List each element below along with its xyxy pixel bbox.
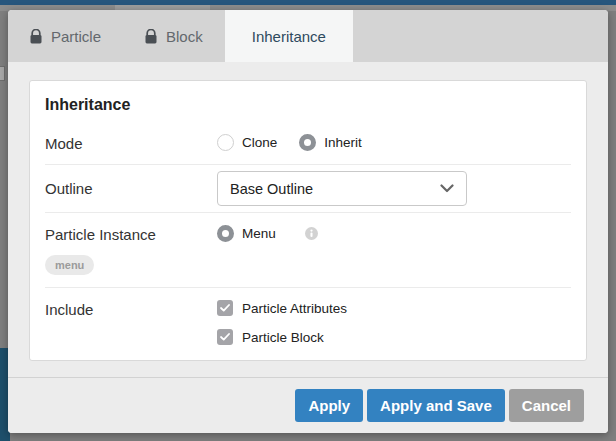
- mode-options: Clone Inherit: [217, 134, 571, 151]
- cancel-button[interactable]: Cancel: [509, 389, 584, 422]
- include-row: Include Particle Attributes: [45, 287, 571, 357]
- apply-and-save-button[interactable]: Apply and Save: [367, 389, 505, 422]
- mode-row: Mode Clone Inherit: [45, 122, 571, 164]
- radio-inherit-circle[interactable]: [299, 134, 316, 151]
- inheritance-panel: Inheritance Mode Clone Inherit Outl: [29, 80, 587, 361]
- radio-clone-label: Clone: [242, 135, 277, 150]
- checkbox-particle-attributes-box[interactable]: [217, 300, 233, 316]
- tab-block-label: Block: [166, 28, 203, 45]
- particle-instance-label: Particle Instance: [45, 226, 217, 243]
- lock-icon: [30, 29, 42, 44]
- tab-inheritance[interactable]: Inheritance: [225, 10, 353, 62]
- radio-clone[interactable]: Clone: [217, 134, 277, 151]
- tab-particle[interactable]: Particle: [8, 10, 123, 62]
- panel-title: Inheritance: [45, 94, 571, 122]
- include-label: Include: [45, 300, 217, 318]
- mode-label: Mode: [45, 134, 217, 152]
- modal-body: Inheritance Mode Clone Inherit Outl: [8, 62, 608, 377]
- outline-control: Base Outline: [217, 171, 571, 206]
- tab-inheritance-label: Inheritance: [252, 28, 326, 45]
- outline-select-value: Base Outline: [230, 181, 313, 197]
- radio-menu[interactable]: Menu: [217, 225, 276, 242]
- radio-inherit[interactable]: Inherit: [299, 134, 362, 151]
- tab-block[interactable]: Block: [123, 10, 225, 62]
- particle-instance-badge: menu: [45, 255, 94, 275]
- checkbox-particle-block[interactable]: Particle Block: [217, 329, 324, 345]
- chevron-down-icon: [440, 184, 454, 193]
- background-left-icon-fragment: [0, 66, 5, 81]
- lock-icon: [145, 29, 157, 44]
- particle-instance-control: Menu: [217, 225, 571, 242]
- checkbox-particle-attributes-label: Particle Attributes: [242, 301, 347, 316]
- particle-instance-row: Particle Instance menu Menu: [45, 212, 571, 287]
- outline-select[interactable]: Base Outline: [217, 171, 467, 206]
- modal-tab-bar: Particle Block Inheritance: [8, 10, 608, 62]
- radio-menu-circle[interactable]: [217, 225, 234, 242]
- inheritance-modal: Particle Block Inheritance Inheritance M…: [8, 10, 608, 433]
- radio-clone-circle[interactable]: [217, 134, 234, 151]
- include-options: Particle Attributes Particle Block: [217, 300, 571, 345]
- outline-row: Outline Base Outline: [45, 164, 571, 212]
- tab-particle-label: Particle: [51, 28, 101, 45]
- check-icon: [220, 304, 230, 312]
- outline-label: Outline: [45, 171, 217, 197]
- apply-button[interactable]: Apply: [295, 389, 363, 422]
- checkbox-particle-attributes[interactable]: Particle Attributes: [217, 300, 347, 316]
- particle-instance-label-block: Particle Instance menu: [45, 225, 217, 275]
- info-icon[interactable]: [305, 227, 318, 240]
- radio-inherit-label: Inherit: [324, 135, 362, 150]
- modal-footer: Apply Apply and Save Cancel: [8, 377, 608, 433]
- check-icon: [220, 333, 230, 341]
- radio-menu-label: Menu: [242, 226, 276, 241]
- checkbox-particle-block-box[interactable]: [217, 329, 233, 345]
- checkbox-particle-block-label: Particle Block: [242, 330, 324, 345]
